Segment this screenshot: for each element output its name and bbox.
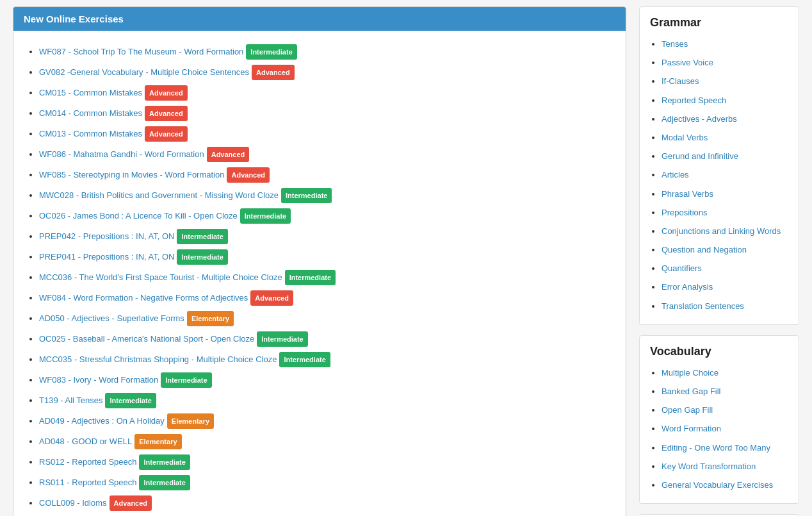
exercise-link[interactable]: WF083 - Ivory - Word Formation: [39, 375, 158, 385]
exercise-link[interactable]: WF084 - Word Formation - Negative Forms …: [39, 293, 248, 303]
sidebar-item: Articles: [662, 165, 788, 184]
exercise-link[interactable]: WF085 - Stereotyping in Movies - Word Fo…: [39, 170, 224, 179]
list-item: WF087 - School Trip To The Museum - Word…: [39, 41, 613, 62]
grammar-link[interactable]: Adjectives - Adverbs: [662, 114, 737, 124]
sidebar-item: Multiple Choice: [662, 363, 788, 382]
grammar-title: Grammar: [650, 16, 788, 29]
exercises-header: New Online Exercises: [13, 7, 626, 31]
exercise-link[interactable]: T139 - All Tenses: [39, 395, 102, 405]
exercise-link[interactable]: AD049 - Adjectives : On A Holiday: [39, 416, 165, 426]
list-item: CM014 - Common MistakesAdvanced: [39, 103, 613, 123]
sidebar-item: Translation Sentences: [662, 297, 788, 315]
sidebar-item: If-Clauses: [662, 72, 788, 90]
grammar-link[interactable]: Articles: [662, 170, 689, 179]
exercise-link[interactable]: CM013 - Common Mistakes: [39, 129, 142, 138]
exercises-list: WF087 - School Trip To The Museum - Word…: [26, 41, 613, 516]
level-badge: Intermediate: [279, 352, 330, 367]
level-badge: Advanced: [252, 65, 295, 80]
grammar-link[interactable]: Question and Negation: [662, 245, 747, 254]
grammar-link[interactable]: Conjunctions and Linking Words: [662, 226, 781, 236]
sidebar-item: Banked Gap Fill: [662, 382, 788, 401]
vocabulary-link[interactable]: Word Formation: [662, 424, 721, 433]
list-item: WF085 - Stereotyping in Movies - Word Fo…: [39, 164, 613, 185]
exercise-link[interactable]: MWC028 - British Politics and Government…: [39, 190, 279, 200]
exercise-link[interactable]: PREP041 - Prepositions : IN, AT, ON: [39, 252, 174, 262]
vocabulary-link[interactable]: Open Gap Fill: [662, 405, 713, 415]
exercise-link[interactable]: PREP042 - Prepositions : IN, AT, ON: [39, 231, 174, 241]
grammar-link[interactable]: Passive Voice: [662, 58, 713, 67]
exercise-link[interactable]: RS012 - Reported Speech: [39, 457, 136, 467]
list-item: RS011 - Reported SpeechIntermediate: [39, 472, 613, 492]
sidebar-item: Prepositions: [662, 203, 788, 222]
grammar-link[interactable]: Reported Speech: [662, 96, 726, 105]
exercise-link[interactable]: MCC035 - Stressful Christmas Shopping - …: [39, 354, 277, 364]
list-item: OC026 - James Bond : A Licence To Kill -…: [39, 205, 613, 226]
level-badge: Advanced: [145, 126, 188, 142]
sidebar-item: Editing - One Word Too Many: [662, 438, 788, 457]
exercise-link[interactable]: GV082 -General Vocabulary - Multiple Cho…: [39, 67, 249, 77]
grammar-link[interactable]: Translation Sentences: [662, 301, 744, 311]
sidebar-item: Quantifiers: [662, 259, 788, 278]
vocabulary-link[interactable]: Key Word Transformation: [662, 462, 756, 471]
page-wrapper: New Online Exercises WF087 - School Trip…: [0, 0, 812, 516]
level-badge: Intermediate: [161, 372, 211, 388]
exercises-title: New Online Exercises: [24, 13, 124, 24]
exercise-link[interactable]: OC025 - Baseball - America's National Sp…: [39, 334, 254, 344]
grammar-link[interactable]: Modal Verbs: [662, 133, 708, 142]
grammar-link[interactable]: Gerund and Infinitive: [662, 151, 738, 161]
exercise-link[interactable]: MCC036 - The World's First Space Tourist…: [39, 272, 282, 282]
list-item: CM015 - Common MistakesAdvanced: [39, 82, 613, 103]
exercise-link[interactable]: WF087 - School Trip To The Museum - Word…: [39, 47, 243, 56]
exercise-link[interactable]: WF086 - Mahatma Gandhi - Word Formation: [39, 149, 204, 159]
exercise-link[interactable]: COLL009 - Idioms: [39, 498, 107, 508]
sidebar: Grammar TensesPassive VoiceIf-ClausesRep…: [639, 6, 799, 516]
level-badge: Elementary: [187, 311, 234, 326]
level-badge: Intermediate: [139, 454, 190, 470]
exercise-link[interactable]: CM014 - Common Mistakes: [39, 108, 142, 118]
list-item: PREP041 - Prepositions : IN, AT, ONInter…: [39, 246, 613, 267]
vocabulary-link[interactable]: Editing - One Word Too Many: [662, 443, 770, 453]
exercise-link[interactable]: AD050 - Adjectives - Superlative Forms: [39, 313, 184, 323]
exercise-link[interactable]: CM015 - Common Mistakes: [39, 88, 142, 97]
vocabulary-title: Vocabulary: [650, 345, 788, 358]
sidebar-item: Phrasal Verbs: [662, 185, 788, 203]
level-badge: Intermediate: [281, 188, 332, 203]
list-item: OC025 - Baseball - America's National Sp…: [39, 328, 613, 349]
level-badge: Intermediate: [257, 331, 307, 347]
sidebar-item: Reported Speech: [662, 91, 788, 110]
grammar-link[interactable]: Error Analysis: [662, 282, 713, 292]
vocabulary-link[interactable]: Multiple Choice: [662, 368, 719, 378]
vocabulary-link[interactable]: General Vocabulary Exercises: [662, 480, 773, 490]
exercise-link[interactable]: RS011 - Reported Speech: [39, 478, 136, 487]
level-badge: Intermediate: [177, 249, 227, 265]
list-item: MCC035 - Stressful Christmas Shopping - …: [39, 349, 613, 369]
exercise-link[interactable]: OC026 - James Bond : A Licence To Kill -…: [39, 211, 238, 221]
level-badge: Intermediate: [139, 475, 190, 490]
sidebar-item: Question and Negation: [662, 240, 788, 259]
list-item: AD050 - Adjectives - Superlative FormsEl…: [39, 308, 613, 328]
grammar-link[interactable]: Phrasal Verbs: [662, 189, 713, 199]
list-item: WF084 - Word Formation - Negative Forms …: [39, 287, 613, 308]
list-item: COLL008 - IdiomsAdvanced: [39, 513, 613, 516]
grammar-link[interactable]: Quantifiers: [662, 263, 702, 273]
level-badge: Advanced: [145, 85, 188, 101]
level-badge: Advanced: [250, 290, 293, 306]
list-item: CM013 - Common MistakesAdvanced: [39, 123, 613, 144]
exercise-link[interactable]: AD048 - GOOD or WELL: [39, 437, 132, 446]
sidebar-item: Error Analysis: [662, 278, 788, 296]
grammar-link[interactable]: Tenses: [662, 39, 688, 49]
main-content: New Online Exercises WF087 - School Trip…: [13, 6, 626, 516]
sidebar-item: General Vocabulary Exercises: [662, 476, 788, 494]
sidebar-item: Open Gap Fill: [662, 401, 788, 419]
level-badge: Intermediate: [177, 229, 227, 244]
sidebar-item: Conjunctions and Linking Words: [662, 222, 788, 240]
list-item: COLL009 - IdiomsAdvanced: [39, 492, 613, 513]
level-badge: Advanced: [145, 106, 188, 121]
level-badge: Intermediate: [105, 393, 156, 408]
list-item: WF086 - Mahatma Gandhi - Word FormationA…: [39, 144, 613, 164]
list-item: MWC028 - British Politics and Government…: [39, 185, 613, 205]
grammar-link[interactable]: Prepositions: [662, 208, 708, 217]
vocabulary-list: Multiple ChoiceBanked Gap FillOpen Gap F…: [650, 363, 788, 494]
grammar-link[interactable]: If-Clauses: [662, 76, 699, 86]
vocabulary-link[interactable]: Banked Gap Fill: [662, 387, 721, 396]
